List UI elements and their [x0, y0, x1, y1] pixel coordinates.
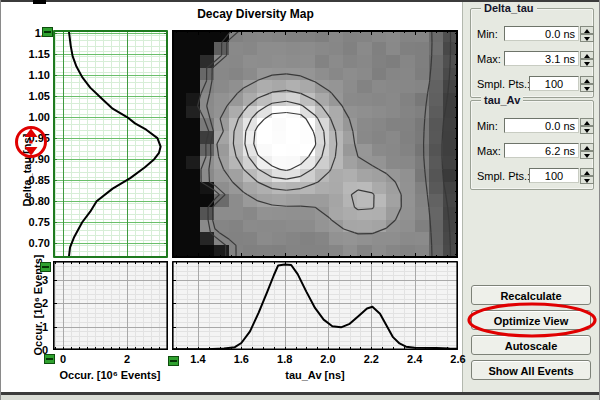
delta-tau-group-label: Delta_tau: [481, 2, 537, 14]
up-arrow-icon: [584, 54, 590, 58]
decay-diversity-map-plot[interactable]: [172, 30, 458, 258]
tick-label: 1.05: [29, 90, 50, 102]
recalculate-histogram-button[interactable]: Recalculate Histogram: [471, 285, 591, 305]
tick-label: 1.15: [29, 48, 50, 60]
tick-label: 0.75: [29, 216, 50, 228]
tick-label: 2.2: [364, 353, 379, 365]
up-arrow-icon: [584, 146, 590, 150]
plot-region: Decay Diversity Map Delta_tau [ns] Occur…: [0, 0, 462, 392]
tick-label: 1.00: [29, 111, 50, 123]
down-arrow-icon: [584, 37, 590, 41]
tick-label: 0.70: [29, 237, 50, 249]
tick-label: 2.4: [407, 353, 422, 365]
spin-up-button[interactable]: [580, 168, 594, 176]
tick-label: 1: [42, 321, 48, 333]
spin-up-button[interactable]: [580, 118, 594, 126]
tau-av-max-spinner: [580, 143, 594, 159]
delta-tau-sample-points-input[interactable]: 100: [529, 76, 579, 91]
tick-label: 1.10: [29, 69, 50, 81]
tau-av-axis-label: tau_Av [ns]: [285, 369, 345, 381]
up-arrow-icon: [584, 79, 590, 83]
sample-points-label: Smpl. Pts.:: [477, 78, 530, 90]
tick-label: 1.4: [190, 353, 205, 365]
autoscale-histogram-button[interactable]: Autoscale Histogram: [471, 335, 591, 355]
tick-label: 3: [42, 274, 48, 286]
delta-tau-sample-points-spinner: [580, 76, 594, 92]
chart-title: Decay Diversity Map: [53, 7, 458, 21]
show-all-events-button[interactable]: Show All Events: [471, 360, 591, 380]
occurrence-corner-plot[interactable]: [53, 261, 168, 350]
tick-label: 2: [124, 353, 130, 365]
tick-label: 1.6: [234, 353, 249, 365]
tick-label: 2: [42, 297, 48, 309]
down-arrow-icon: [584, 129, 590, 133]
tick-label: 1.8: [277, 353, 292, 365]
min-label: Min:: [477, 120, 498, 132]
tick-label: 0.90: [29, 153, 50, 165]
tau-av-histogram-plot[interactable]: [172, 261, 458, 350]
up-arrow-icon: [584, 171, 590, 175]
spin-up-button[interactable]: [580, 26, 594, 34]
max-label: Max:: [477, 145, 501, 157]
spin-up-button[interactable]: [580, 143, 594, 151]
min-label: Min:: [477, 28, 498, 40]
tick-label: 2.0: [320, 353, 335, 365]
tau-av-min-input[interactable]: 0.0 ns: [504, 118, 579, 133]
optimize-view-button[interactable]: Optimize View: [471, 310, 591, 330]
window-border-top: [0, 0, 600, 2]
tau-av-sample-points-input[interactable]: 100: [529, 168, 579, 183]
spin-down-button[interactable]: [580, 126, 594, 134]
parameter-panel: Delta_tau Min: 0.0 ns Max: 3.1 ns Smpl. …: [462, 0, 600, 392]
tick-label: 0: [60, 353, 66, 365]
spin-up-button[interactable]: [580, 51, 594, 59]
tau-av-max-input[interactable]: 6.2 ns: [504, 143, 579, 158]
spin-down-button[interactable]: [580, 84, 594, 92]
spin-down-button[interactable]: [580, 34, 594, 42]
down-arrow-icon: [584, 179, 590, 183]
down-arrow-icon: [584, 154, 590, 158]
tick-label: 2.6: [450, 353, 465, 365]
max-label: Max:: [477, 53, 501, 65]
delta-tau-histogram-plot[interactable]: [53, 30, 168, 258]
sample-points-label: Smpl. Pts.:: [477, 170, 530, 182]
delta-tau-max-input[interactable]: 3.1 ns: [504, 51, 579, 66]
tick-label: 0.80: [29, 195, 50, 207]
window-border-left: [0, 0, 1, 400]
tau-av-group-label: tau_Av: [481, 94, 523, 106]
tau-av-sample-points-spinner: [580, 168, 594, 184]
up-arrow-icon: [584, 29, 590, 33]
spin-down-button[interactable]: [580, 176, 594, 184]
tau-av-group: tau_Av Min: 0.0 ns Max: 6.2 ns Smpl. Pts…: [470, 100, 594, 190]
down-arrow-icon: [584, 87, 590, 91]
delta-tau-min-spinner: [580, 26, 594, 42]
resize-handle[interactable]: [168, 356, 179, 366]
delta-tau-max-spinner: [580, 51, 594, 67]
spin-down-button[interactable]: [580, 59, 594, 67]
spin-up-button[interactable]: [580, 76, 594, 84]
tick-label: 0.95: [29, 132, 50, 144]
delta-tau-min-input[interactable]: 0.0 ns: [504, 26, 579, 41]
tick-label: 0.85: [29, 174, 50, 186]
up-arrow-icon: [584, 121, 590, 125]
down-arrow-icon: [584, 62, 590, 66]
window-notch: [33, 0, 46, 4]
spin-down-button[interactable]: [580, 151, 594, 159]
tau-av-min-spinner: [580, 118, 594, 134]
occur-x-axis-label: Occur. [10⁶ Events]: [59, 369, 160, 381]
decay-analysis-window: Decay Diversity Map Delta_tau [ns] Occur…: [0, 0, 600, 400]
window-strip-bottom: [0, 395, 600, 400]
delta-tau-group: Delta_tau Min: 0.0 ns Max: 3.1 ns Smpl. …: [470, 8, 594, 98]
resize-handle[interactable]: [40, 262, 51, 272]
resize-handle[interactable]: [44, 354, 55, 364]
resize-handle[interactable]: [42, 27, 53, 37]
panel-divider: [462, 2, 463, 392]
